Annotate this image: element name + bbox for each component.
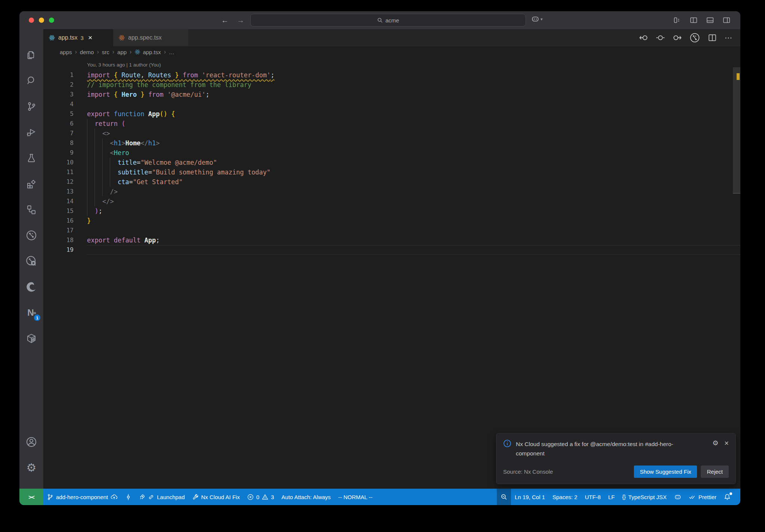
vim-mode-item[interactable]: -- NORMAL -- (334, 489, 376, 505)
toggle-panel-icon[interactable] (706, 16, 714, 24)
breadcrumb-item-file[interactable]: app.tsx (134, 49, 161, 55)
toggle-sidebar-right-icon[interactable] (722, 16, 731, 24)
tab-app-tsx[interactable]: app.tsx 3 × (43, 29, 113, 46)
source-control-icon[interactable] (19, 93, 43, 119)
code-line-6[interactable]: 6 return ( (43, 119, 740, 129)
code-line-15[interactable]: 15 ); (43, 206, 740, 216)
auto-attach-item[interactable]: Auto Attach: Always (278, 489, 335, 505)
scrollbar-slider[interactable] (733, 67, 740, 194)
edge-devtools-icon[interactable] (19, 274, 43, 300)
minimize-window-button[interactable] (39, 18, 44, 23)
compare-changes-icon[interactable] (656, 33, 665, 42)
notification-close-icon[interactable]: × (724, 439, 729, 447)
git-branch-item[interactable]: add-hero-component (43, 489, 121, 505)
search-view-icon[interactable] (19, 68, 43, 93)
breadcrumb-item[interactable]: apps (60, 49, 72, 55)
code-line-3[interactable]: 3import { Hero } from '@acme/ui'; (43, 90, 740, 99)
code-line-2[interactable]: 2// importing the component from the lib… (43, 80, 740, 90)
tab-label: app.spec.tsx (128, 34, 162, 41)
warning-squiggle: import { Route, Routes } from 'react-rou… (87, 71, 275, 79)
next-change-icon[interactable] (673, 33, 682, 42)
testing-icon[interactable] (19, 145, 43, 171)
gitlens-inspect-icon[interactable] (19, 248, 43, 274)
line-col-item[interactable]: Ln 19, Col 1 (511, 489, 549, 505)
line-number: 16 (43, 216, 74, 226)
code-line-19[interactable]: 19 (43, 245, 740, 255)
settings-gear-icon[interactable]: ⚙ (19, 455, 43, 480)
close-tab-icon[interactable]: × (88, 34, 92, 42)
nx-console-icon[interactable]: N» 1 (19, 300, 43, 325)
language-mode-item[interactable]: {} TypeScript JSX (619, 489, 670, 505)
remote-indicator[interactable]: >< (19, 489, 43, 505)
indent-guide (87, 138, 87, 148)
previous-change-icon[interactable] (639, 33, 648, 42)
line-number: 18 (43, 235, 74, 245)
extensions-icon[interactable] (19, 171, 43, 197)
code-line-8[interactable]: 8 <h1>Home</h1> (43, 138, 740, 148)
indent-guide (87, 187, 87, 197)
run-debug-icon[interactable] (19, 119, 43, 145)
copilot-icon (674, 494, 681, 501)
breadcrumb-separator: › (97, 49, 99, 55)
notification-settings-icon[interactable]: ⚙ (712, 440, 718, 446)
hierarchy-view-icon[interactable] (19, 197, 43, 222)
reject-button[interactable]: Reject (701, 466, 729, 478)
indentation-item[interactable]: Spaces: 2 (549, 489, 581, 505)
breadcrumb-item[interactable]: app (117, 49, 127, 55)
account-icon[interactable] (19, 429, 43, 455)
editor-scrollbar[interactable] (733, 58, 740, 489)
code-line-5[interactable]: 5export function App() { (43, 109, 740, 119)
code-line-4[interactable]: 4 (43, 99, 740, 109)
layout-controls-icon[interactable] (673, 16, 681, 24)
commit-graph-icon[interactable] (690, 33, 700, 43)
code-line-1[interactable]: 1import { Route, Routes } from 'react-ro… (43, 70, 740, 80)
launchpad-item[interactable]: Launchpad (135, 489, 188, 505)
encoding-item[interactable]: UTF-8 (581, 489, 605, 505)
commit-item[interactable] (121, 489, 135, 505)
eol-item[interactable]: LF (604, 489, 619, 505)
code-line-7[interactable]: 7 <> (43, 129, 740, 138)
explorer-icon[interactable] (19, 42, 43, 68)
tab-app-spec-tsx[interactable]: app.spec.tsx (113, 29, 189, 46)
close-window-button[interactable] (29, 18, 34, 23)
code-line-9[interactable]: 9 <Hero (43, 148, 740, 158)
code-line-17[interactable]: 17 (43, 226, 740, 235)
zoom-window-button[interactable] (49, 18, 54, 23)
breadcrumb-item[interactable]: src (102, 49, 109, 55)
indent-guide (102, 187, 103, 197)
more-actions-icon[interactable]: ⋯ (725, 33, 733, 42)
breadcrumb-item[interactable]: demo (80, 49, 94, 55)
code-line-11[interactable]: 11 subtitle="Build something amazing tod… (43, 167, 740, 177)
line-content: <Hero (87, 148, 740, 158)
copilot-icon (531, 15, 539, 23)
code-line-18[interactable]: 18export default App; (43, 235, 740, 245)
forward-button[interactable]: → (237, 11, 244, 29)
indent-guide (95, 138, 95, 148)
search-box[interactable]: acme (250, 14, 526, 27)
code-line-16[interactable]: 16} (43, 216, 740, 226)
zoom-out-item[interactable] (497, 489, 511, 505)
indent-guide (87, 129, 87, 138)
formatter-item[interactable]: Prettier (685, 489, 720, 505)
commit-graph-view-icon[interactable] (19, 222, 43, 248)
package-explorer-icon[interactable] (19, 325, 43, 351)
code-line-13[interactable]: 13 /> (43, 187, 740, 197)
indent-guide (87, 158, 87, 167)
code-line-14[interactable]: 14 </> (43, 197, 740, 206)
back-button[interactable]: ← (221, 11, 229, 29)
toggle-sidebar-left-icon[interactable] (690, 16, 698, 24)
branch-name: add-hero-component (56, 494, 108, 500)
copilot-button[interactable]: ▾ (531, 15, 543, 23)
code-line-10[interactable]: 10 title="Welcmoe @acme/demo" (43, 158, 740, 167)
line-content: } (87, 216, 740, 226)
copilot-status-item[interactable] (670, 489, 685, 505)
notifications-bell-item[interactable] (720, 489, 734, 505)
indent-guide (95, 129, 95, 138)
nx-cloud-fix-item[interactable]: Nx Cloud AI Fix (189, 489, 244, 505)
show-suggested-fix-button[interactable]: Show Suggested Fix (634, 466, 697, 478)
code-line-12[interactable]: 12 cta="Get Started" (43, 177, 740, 187)
split-editor-icon[interactable] (708, 33, 717, 42)
breadcrumb-item[interactable]: … (169, 49, 174, 55)
code-editor[interactable]: You, 3 hours ago | 1 author (You) 1impor… (43, 58, 740, 489)
problems-item[interactable]: 0 3 (244, 489, 278, 505)
